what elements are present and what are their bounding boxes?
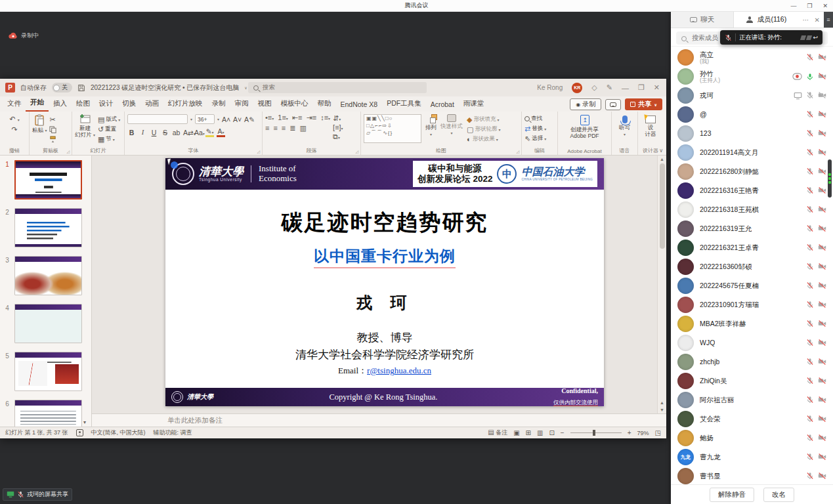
slide-thumbnail-image[interactable] bbox=[14, 400, 82, 427]
document-title[interactable]: 20221223 碳足迹时空演化研究 • 已保存到这台电脑 bbox=[91, 83, 239, 93]
camera-off-icon[interactable] bbox=[818, 356, 826, 368]
mic-muted-icon[interactable] bbox=[806, 432, 814, 444]
zoom-level[interactable]: 79% bbox=[637, 430, 649, 436]
ribbon-tab[interactable]: 幻灯片放映 bbox=[163, 96, 207, 112]
member-row[interactable]: 孙竹 (主持人) bbox=[671, 67, 833, 86]
mic-muted-icon[interactable] bbox=[806, 166, 814, 178]
language-status[interactable]: 中文(简体, 中国大陆) bbox=[91, 429, 146, 437]
camera-off-icon[interactable] bbox=[818, 128, 826, 140]
camera-off-icon[interactable] bbox=[818, 261, 826, 273]
member-row[interactable]: 鲍扬 bbox=[671, 429, 833, 448]
os-maximize-button[interactable]: ❐ bbox=[807, 3, 812, 9]
convert-smartart-icon[interactable]: ⧉▾ bbox=[333, 133, 343, 140]
character-spacing-icon[interactable]: A⇄▾ bbox=[183, 129, 192, 136]
ribbon-tab[interactable]: 文件 bbox=[3, 96, 26, 112]
member-row[interactable]: 2022216360邹硕 bbox=[671, 257, 833, 276]
member-row[interactable]: zhchjb bbox=[671, 352, 833, 371]
ribbon-tab[interactable]: 动画 bbox=[140, 96, 163, 112]
member-row[interactable]: 戎珂 bbox=[671, 86, 833, 105]
member-row[interactable]: 2022245675任夏楠 bbox=[671, 276, 833, 295]
camera-off-icon[interactable] bbox=[818, 242, 826, 254]
ribbon-tab[interactable]: 模板中心 bbox=[276, 96, 313, 112]
email-link[interactable]: r@tsinghua.edu.cn bbox=[367, 366, 431, 375]
mic-muted-icon[interactable] bbox=[806, 337, 814, 349]
copy-icon[interactable] bbox=[49, 126, 56, 133]
panel-close-icon[interactable]: ✕ bbox=[815, 16, 820, 24]
layout-button[interactable]: ▤版式▾ bbox=[98, 116, 120, 123]
section-button[interactable]: ▦节▾ bbox=[98, 135, 120, 143]
ribbon-tab[interactable]: 雨课堂 bbox=[459, 96, 489, 112]
select-button[interactable]: ⇖选择▾ bbox=[524, 135, 555, 142]
camera-off-icon[interactable] bbox=[818, 185, 826, 197]
os-close-button[interactable]: ✕ bbox=[822, 3, 828, 9]
slide-thumbnail[interactable]: 3 bbox=[0, 256, 91, 295]
previous-slide-icon[interactable]: ▲ bbox=[660, 400, 664, 405]
grow-font-icon[interactable]: A˄ bbox=[222, 116, 230, 123]
camera-off-icon[interactable] bbox=[818, 147, 826, 159]
slide-thumbnail-image[interactable] bbox=[14, 352, 82, 391]
member-row[interactable]: 曹书显 bbox=[671, 467, 833, 484]
member-row[interactable]: 阿尔祖古丽 bbox=[671, 390, 833, 410]
camera-off-icon[interactable] bbox=[818, 223, 826, 235]
ribbon-tab[interactable]: 视图 bbox=[253, 96, 276, 112]
mic-muted-icon[interactable] bbox=[806, 242, 814, 254]
tab-members[interactable]: 成员(116) bbox=[734, 12, 799, 28]
mic-muted-icon[interactable] bbox=[806, 452, 814, 463]
camera-off-icon[interactable] bbox=[818, 394, 826, 406]
mic-muted-icon[interactable] bbox=[806, 471, 814, 482]
slide-sorter-icon[interactable]: ⊞ bbox=[526, 429, 531, 436]
camera-off-icon[interactable] bbox=[818, 471, 826, 482]
mic-muted-icon[interactable] bbox=[806, 394, 814, 406]
increase-indent-icon[interactable]: ⇥≡ bbox=[307, 114, 317, 121]
designer-button[interactable]: 设 计器 bbox=[641, 114, 660, 138]
font-color-icon[interactable]: A▾ bbox=[217, 127, 225, 137]
member-row[interactable]: 高立 (我) bbox=[671, 48, 833, 67]
bold-icon[interactable]: B bbox=[127, 129, 136, 136]
mic-muted-icon[interactable] bbox=[806, 356, 814, 368]
quick-styles-button[interactable]: 快速样式▾ bbox=[440, 114, 463, 136]
slide-thumbnail[interactable]: 2 bbox=[0, 208, 91, 247]
mic-muted-icon[interactable] bbox=[806, 185, 814, 197]
account-avatar[interactable]: KR bbox=[572, 83, 582, 93]
slide-thumbnail[interactable]: 5 bbox=[0, 352, 91, 391]
zoom-slider-thumb[interactable] bbox=[593, 430, 595, 436]
slide-thumbnail[interactable]: 1 bbox=[0, 160, 91, 200]
thumbnails-scroll-down-icon[interactable]: ▾ bbox=[83, 419, 86, 425]
camera-off-icon[interactable] bbox=[818, 109, 826, 121]
autosave-toggle[interactable]: 关 bbox=[52, 83, 72, 93]
new-slide-button[interactable]: 新建 幻灯片 ▾ bbox=[75, 114, 95, 138]
arrange-button[interactable]: 排列▾ bbox=[425, 114, 437, 138]
member-row[interactable]: ZhiQin吴 bbox=[671, 371, 833, 390]
justify-icon[interactable]: ≣ bbox=[289, 125, 295, 132]
italic-icon[interactable]: I bbox=[139, 129, 147, 136]
mic-muted-icon[interactable] bbox=[806, 318, 814, 330]
camera-off-icon[interactable] bbox=[818, 280, 826, 292]
format-painter-icon[interactable] bbox=[49, 136, 56, 143]
mic-muted-icon[interactable] bbox=[806, 375, 814, 387]
ribbon-tab[interactable]: Acrobat bbox=[426, 98, 459, 112]
mic-muted-icon[interactable] bbox=[806, 223, 814, 235]
camera-off-icon[interactable] bbox=[818, 452, 826, 463]
next-slide-icon[interactable]: ▼ bbox=[660, 408, 664, 412]
font-dialog-launcher[interactable]: ◿ bbox=[257, 149, 260, 154]
notes-pane[interactable]: 单击此处添加备注 bbox=[92, 413, 666, 427]
bullets-icon[interactable]: •≡▾ bbox=[265, 114, 274, 121]
ribbon-tab[interactable]: 录制 bbox=[207, 96, 230, 112]
dictate-button[interactable]: 听写▾ bbox=[614, 114, 635, 138]
underline-icon[interactable]: U bbox=[150, 129, 158, 136]
align-text-icon[interactable]: [≡]▾ bbox=[333, 124, 343, 131]
reset-button[interactable]: ↺重置 bbox=[98, 125, 120, 133]
camera-off-icon[interactable] bbox=[818, 413, 826, 425]
scrollbar-thumb[interactable] bbox=[660, 163, 665, 249]
accessibility-status[interactable]: 辅助功能: 调查 bbox=[154, 429, 192, 437]
shrink-font-icon[interactable]: A˅ bbox=[233, 116, 242, 123]
shape-outline-button[interactable]: ▢形状轮廓▾ bbox=[467, 125, 500, 133]
replace-button[interactable]: ⇄替换▾ bbox=[524, 125, 555, 133]
decrease-indent-icon[interactable]: ⇤≡ bbox=[292, 114, 303, 121]
mic-muted-icon[interactable] bbox=[806, 204, 814, 216]
columns-icon[interactable]: ▥ bbox=[299, 125, 306, 132]
align-right-icon[interactable]: ≡ bbox=[282, 125, 286, 132]
ribbon-tab[interactable]: 绘图 bbox=[72, 96, 95, 112]
strikethrough-icon[interactable]: S bbox=[161, 129, 169, 136]
paragraph-dialog-launcher[interactable]: ◿ bbox=[355, 149, 358, 154]
